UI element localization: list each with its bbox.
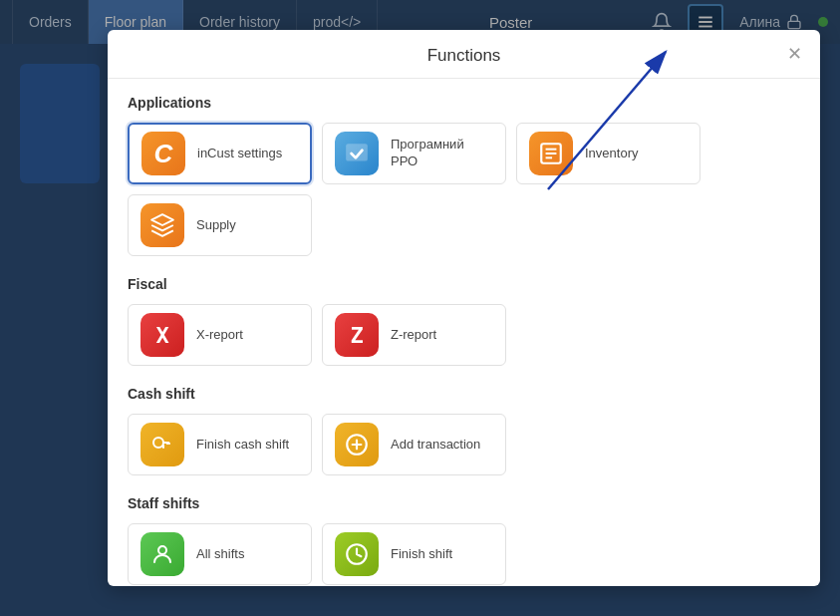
func-item-add-transaction[interactable]: Add transaction (322, 414, 506, 475)
applications-grid: C inCust settings Програмний РРО (128, 123, 800, 256)
inventory-icon (529, 132, 573, 175)
func-item-xreport[interactable]: X X-report (128, 304, 312, 366)
func-item-rro[interactable]: Програмний РРО (322, 123, 506, 184)
func-item-zreport[interactable]: Z Z-report (322, 304, 506, 366)
func-item-inventory[interactable]: Inventory (516, 123, 700, 184)
incust-icon: C (141, 132, 185, 175)
zreport-icon: Z (335, 313, 379, 357)
svg-point-14 (158, 546, 166, 554)
section-label-staff-shifts: Staff shifts (128, 495, 800, 511)
all-shifts-label: All shifts (196, 546, 244, 563)
section-label-applications: Applications (128, 95, 800, 111)
section-label-cash-shift: Cash shift (128, 386, 800, 402)
modal-close-button[interactable]: ✕ (782, 42, 806, 66)
svg-point-9 (153, 438, 163, 448)
func-item-finish-cash[interactable]: Finish cash shift (128, 414, 312, 475)
modal-header: Functions ✕ (108, 30, 820, 79)
all-shifts-icon (140, 532, 184, 576)
supply-icon (140, 203, 184, 247)
finish-cash-icon (140, 423, 184, 466)
fiscal-grid: X X-report Z Z-report (128, 304, 800, 366)
finish-cash-label: Finish cash shift (196, 437, 289, 454)
supply-label: Supply (196, 217, 236, 234)
functions-modal: Functions ✕ Applications C inCust settin… (108, 30, 820, 586)
incust-label: inCust settings (197, 146, 282, 162)
xreport-label: X-report (196, 327, 243, 344)
add-transaction-icon (335, 423, 379, 466)
cash-shift-grid: Finish cash shift Add transaction (128, 414, 800, 475)
modal-body: Applications C inCust settings Програмни… (108, 79, 820, 586)
func-item-finish-shift[interactable]: Finish shift (322, 523, 506, 585)
finish-shift-label: Finish shift (391, 546, 452, 563)
func-item-all-shifts[interactable]: All shifts (128, 523, 312, 585)
func-item-supply[interactable]: Supply (128, 194, 312, 256)
rro-icon (335, 132, 379, 175)
inventory-label: Inventory (585, 146, 638, 162)
zreport-label: Z-report (391, 327, 436, 344)
finish-shift-icon (335, 532, 379, 576)
xreport-icon: X (140, 313, 184, 357)
modal-title: Functions (427, 46, 501, 65)
staff-shifts-grid: All shifts Finish shift (128, 523, 800, 585)
rro-label: Програмний РРО (391, 137, 493, 170)
func-item-incust[interactable]: C inCust settings (128, 123, 312, 184)
add-transaction-label: Add transaction (391, 437, 480, 454)
section-label-fiscal: Fiscal (128, 276, 800, 292)
